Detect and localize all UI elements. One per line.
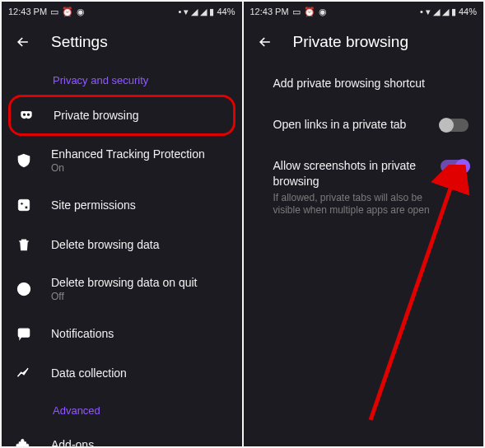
- menu-label: Site permissions: [51, 198, 229, 212]
- hotspot-icon: ◉: [319, 7, 327, 17]
- puzzle-icon: [16, 436, 32, 446]
- menu-label: Delete browsing data on quit: [51, 276, 229, 289]
- menu-data-collection[interactable]: Data collection: [2, 353, 242, 393]
- signal-icon: ◢: [442, 7, 449, 17]
- wifi-icon: ▾: [184, 7, 189, 17]
- pb-add-shortcut[interactable]: Add private browsing shortcut: [244, 63, 484, 104]
- alarm-icon: ⏰: [62, 7, 73, 17]
- signal-icon: ◢: [191, 7, 198, 17]
- status-bar: 12:43 PM ▭ ⏰ ◉ • ▾ ◢ ◢ ▮ 44%: [244, 2, 484, 21]
- chart-icon: [16, 365, 32, 381]
- menu-label: Notifications: [51, 327, 229, 340]
- battery-icon: ▮: [451, 7, 456, 17]
- menu-sub: Off: [51, 291, 229, 302]
- menu-label: Add-ons: [51, 438, 229, 446]
- status-battery: 44%: [459, 7, 477, 16]
- menu-label: Private browsing: [54, 109, 226, 122]
- toggle-open-links[interactable]: [441, 119, 469, 132]
- wifi-icon: ▾: [426, 7, 431, 17]
- annotation-arrow: [329, 165, 478, 428]
- shield-icon: [16, 152, 32, 169]
- menu-enhanced-tracking[interactable]: Enhanced Tracking Protection On: [2, 136, 242, 185]
- close-circle-icon: [16, 281, 32, 297]
- menu-private-browsing[interactable]: Private browsing: [8, 95, 236, 136]
- svg-line-5: [371, 181, 453, 420]
- chat-icon: ▭: [292, 7, 301, 17]
- menu-delete-on-quit[interactable]: Delete browsing data on quit Off: [2, 264, 242, 314]
- svg-point-1: [21, 203, 23, 205]
- menu-sub: On: [51, 162, 229, 174]
- svg-rect-0: [18, 199, 29, 210]
- pb-label: Open links in a private tab: [273, 117, 431, 132]
- back-icon[interactable]: [15, 34, 31, 50]
- signal-icon: ◢: [433, 7, 440, 17]
- menu-notifications[interactable]: Notifications: [2, 314, 242, 353]
- menu-label: Enhanced Tracking Protection: [51, 147, 229, 161]
- status-bar: 12:43 PM ▭ ⏰ ◉ • ▾ ◢ ◢ ▮ 44%: [2, 2, 242, 21]
- svg-rect-3: [18, 329, 29, 337]
- section-advanced: Advanced: [2, 393, 242, 425]
- menu-site-permissions[interactable]: Site permissions: [2, 185, 242, 225]
- battery-icon: ▮: [209, 7, 214, 17]
- menu-addons[interactable]: Add-ons: [2, 425, 242, 446]
- section-privacy: Privacy and security: [2, 63, 242, 95]
- menu-label: Delete browsing data: [51, 238, 229, 251]
- settings-screen: 12:43 PM ▭ ⏰ ◉ • ▾ ◢ ◢ ▮ 44% Settings Pr…: [2, 2, 242, 446]
- mask-icon: [18, 107, 35, 124]
- status-time: 12:43 PM: [8, 7, 47, 16]
- chat-icon: [16, 325, 32, 342]
- chat-icon: ▭: [50, 7, 58, 17]
- page-title: Settings: [51, 33, 108, 51]
- trash-icon: [16, 236, 32, 253]
- back-icon[interactable]: [257, 34, 273, 50]
- page-title: Private browsing: [293, 33, 408, 51]
- pb-label: Add private browsing shortcut: [273, 76, 469, 91]
- signal-icon: ◢: [200, 7, 207, 17]
- alarm-icon: ⏰: [304, 7, 315, 17]
- header: Settings: [2, 21, 242, 63]
- dot-icon: •: [420, 7, 423, 16]
- menu-label: Data collection: [51, 366, 229, 380]
- pb-open-links[interactable]: Open links in a private tab: [244, 104, 484, 145]
- status-battery: 44%: [217, 7, 235, 16]
- header: Private browsing: [244, 21, 484, 63]
- hotspot-icon: ◉: [77, 7, 85, 17]
- permissions-icon: [16, 197, 32, 213]
- menu-delete-data[interactable]: Delete browsing data: [2, 225, 242, 264]
- status-time: 12:43 PM: [250, 7, 289, 16]
- dot-icon: •: [179, 7, 182, 16]
